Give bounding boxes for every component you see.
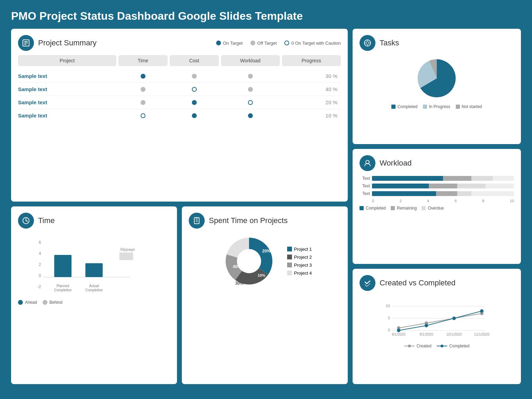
row2-cost-dot <box>192 87 197 92</box>
svg-point-23 <box>425 324 428 327</box>
behind-dot <box>43 300 47 305</box>
project-summary-icon <box>18 35 34 51</box>
spent-time-card: Spent Time on Projects <box>182 206 348 384</box>
ps-table: Project Time Cost Workload Progress Samp… <box>18 55 341 122</box>
in-progress-legend-color <box>423 105 427 109</box>
svg-text:20%: 20% <box>262 249 271 254</box>
tasks-card: Tasks <box>353 29 521 144</box>
svg-text:0: 0 <box>39 273 41 278</box>
donut-container: 40% 20% 30% 10% Project 1 Project 2 <box>189 233 341 289</box>
workload-icon <box>360 155 375 171</box>
time-icon <box>18 213 34 229</box>
on-target-caution-dot <box>284 41 289 45</box>
row2-workload-dot <box>248 87 253 92</box>
legend-on-target-caution: 0 On Target with Caution <box>284 41 341 46</box>
tasks-pie-legend: Completed In Progress Not started <box>391 104 482 109</box>
workload-bar-row: Text <box>360 176 514 181</box>
spent-time-title: Spent Time on Projects <box>209 216 287 225</box>
svg-text:10: 10 <box>386 304 390 308</box>
time-legend: Ahead Behind <box>18 300 170 305</box>
svg-text:0: 0 <box>388 328 390 332</box>
row4-cost-dot <box>192 113 197 118</box>
time-title: Time <box>38 216 55 225</box>
workload-completed-seg <box>372 176 443 181</box>
svg-point-25 <box>480 309 484 313</box>
created-completed-legend: Created Completed <box>360 344 514 348</box>
row1-time-dot <box>141 74 145 79</box>
workload-bar-track <box>372 176 514 181</box>
donut-legend: Project 1 Project 2 Project 3 Project 4 <box>287 247 312 276</box>
created-completed-chart: 0 5 10 8/1/2020 9/1/2020 <box>360 296 514 341</box>
project-summary-title: Project Summary <box>38 38 97 47</box>
right-panel: Tasks <box>353 29 521 384</box>
spent-time-donut: 40% 20% 30% 10% <box>218 233 280 289</box>
ps-legend: On Target Off Target 0 On Target with Ca… <box>216 41 341 46</box>
svg-text:4: 4 <box>39 251 41 256</box>
svg-text:Completion: Completion <box>54 288 72 292</box>
workload-title: Workload <box>380 159 412 168</box>
svg-point-31 <box>408 345 411 347</box>
ahead-dot <box>18 300 23 305</box>
row4-time-dot <box>141 113 145 118</box>
col-project: Project <box>18 55 116 66</box>
dashboard: Project Summary On Target Off Target 0 O… <box>11 29 521 384</box>
tasks-title: Tasks <box>380 38 399 47</box>
row3-cost-dot <box>192 100 197 105</box>
svg-text:Slippage: Slippage <box>120 247 135 251</box>
svg-line-36 <box>26 221 27 221</box>
planned-bar <box>54 255 72 277</box>
svg-text:Planned: Planned <box>56 284 69 288</box>
svg-text:9/1/2020: 9/1/2020 <box>420 332 433 336</box>
completed-line-icon <box>437 344 447 348</box>
col-cost: Cost <box>170 55 219 66</box>
svg-text:10%: 10% <box>258 273 265 277</box>
svg-text:6: 6 <box>39 240 41 245</box>
project1-color <box>287 247 292 251</box>
col-progress: Progress <box>282 55 341 66</box>
workload-chart: Text Text Text <box>360 176 514 211</box>
svg-text:5: 5 <box>388 316 390 320</box>
row3-workload-dot <box>248 100 253 105</box>
spent-time-header: Spent Time on Projects <box>189 213 341 229</box>
row3-time-dot <box>141 100 145 105</box>
created-completed-header: Created vs Completed <box>360 275 514 291</box>
time-header: Time <box>18 213 170 229</box>
workload-card: Workload Text Text <box>353 149 521 264</box>
not-started-legend-color <box>456 105 460 109</box>
workload-completed-color <box>360 206 364 210</box>
svg-text:Actual: Actual <box>89 284 99 288</box>
svg-text:30%: 30% <box>235 281 243 286</box>
created-line-icon <box>404 344 415 348</box>
svg-text:8/1/2020: 8/1/2020 <box>392 332 406 336</box>
bottom-panel: Time 6 4 2 0 -2 Planned Completion <box>11 206 348 384</box>
project-summary-card: Project Summary On Target Off Target 0 O… <box>11 29 348 202</box>
project2-color <box>287 255 292 259</box>
workload-overdue-color <box>422 206 426 210</box>
legend-completed: Completed <box>391 104 417 109</box>
row4-workload-dot <box>248 113 253 118</box>
svg-point-33 <box>441 345 443 347</box>
table-row: Sample text 20 % <box>18 96 341 109</box>
workload-bar-track <box>372 191 514 196</box>
time-bar-chart: 6 4 2 0 -2 Planned Completion Actual Com… <box>18 233 170 296</box>
off-target-dot <box>250 41 255 45</box>
tasks-header: Tasks <box>360 35 514 51</box>
workload-remaining-color <box>391 206 395 210</box>
table-row: Sample text 30 % <box>18 70 341 83</box>
workload-bar-track <box>372 184 514 188</box>
created-completed-card: Created vs Completed 0 5 10 <box>353 269 521 384</box>
tasks-pie-chart <box>409 56 464 101</box>
workload-axis: 0 2 4 6 8 10 <box>360 199 514 203</box>
svg-text:10/1/2020: 10/1/2020 <box>446 332 462 336</box>
svg-point-5 <box>366 42 369 44</box>
project4-color <box>287 271 292 275</box>
row1-cost-dot <box>192 74 197 79</box>
spent-time-icon <box>189 213 205 229</box>
actual-bar <box>86 263 103 277</box>
workload-overdue-seg <box>471 176 493 181</box>
created-completed-icon <box>360 275 375 291</box>
legend-not-started: Not started <box>456 104 482 109</box>
svg-point-11 <box>368 161 370 162</box>
workload-header: Workload <box>360 155 514 171</box>
svg-text:40%: 40% <box>233 264 241 269</box>
